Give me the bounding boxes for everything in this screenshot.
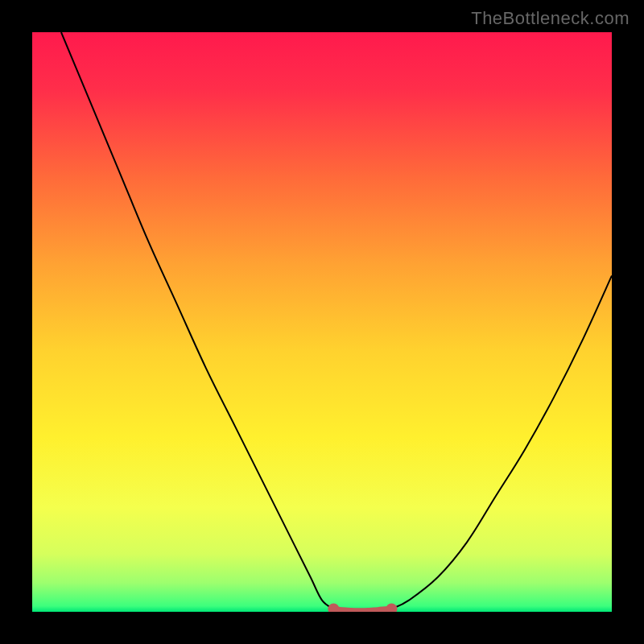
bottleneck-marker-line	[333, 609, 391, 611]
right-curve	[391, 275, 612, 609]
marker-dot-right	[386, 603, 397, 612]
marker-dot-left	[328, 603, 339, 612]
watermark-text: TheBottleneck.com	[471, 8, 630, 29]
left-curve	[61, 32, 333, 609]
chart-svg	[32, 32, 612, 612]
plot-area	[32, 32, 612, 612]
chart-frame: TheBottleneck.com	[0, 0, 644, 644]
